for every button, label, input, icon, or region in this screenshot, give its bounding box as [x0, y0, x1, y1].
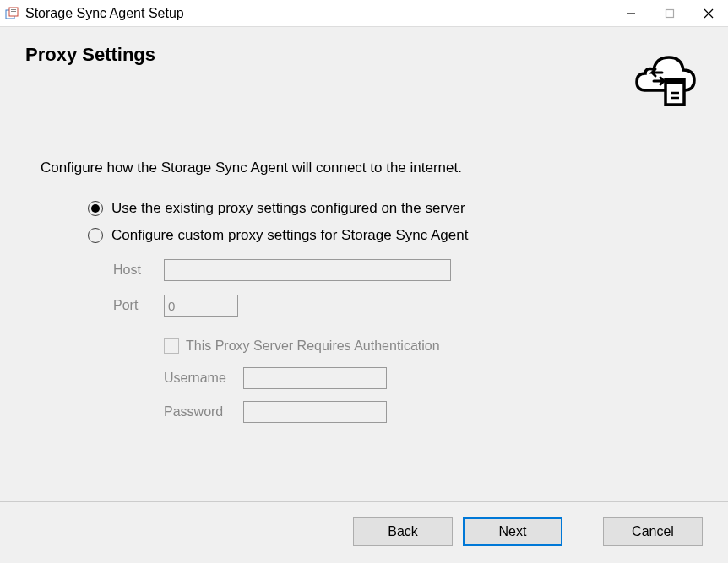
- minimize-button[interactable]: [611, 0, 650, 26]
- page-title: Proxy Settings: [25, 44, 155, 66]
- footer-buttons: Back Next Cancel: [0, 501, 728, 563]
- intro-text: Configure how the Storage Sync Agent wil…: [41, 160, 703, 176]
- password-label: Password: [164, 404, 243, 420]
- port-row: Port: [113, 295, 703, 317]
- proxy-radio-group: Use the existing proxy settings configur…: [88, 200, 703, 423]
- port-label: Port: [113, 298, 164, 313]
- host-input[interactable]: [164, 259, 451, 281]
- radio-custom-proxy[interactable]: Configure custom proxy settings for Stor…: [88, 227, 703, 244]
- window-controls: [611, 0, 728, 26]
- window-title: Storage Sync Agent Setup: [25, 6, 184, 21]
- svg-rect-9: [666, 79, 684, 84]
- radio-existing-label: Use the existing proxy settings configur…: [111, 200, 465, 217]
- svg-rect-2: [11, 9, 16, 10]
- app-icon: [5, 6, 20, 21]
- radio-dot-icon: [88, 201, 103, 216]
- content-area: Configure how the Storage Sync Agent wil…: [0, 127, 728, 443]
- password-input[interactable]: [243, 401, 387, 423]
- cancel-button[interactable]: Cancel: [603, 517, 703, 546]
- username-label: Username: [164, 371, 243, 386]
- username-input[interactable]: [243, 367, 387, 389]
- port-input[interactable]: [164, 295, 238, 317]
- auth-group: Username Password: [164, 367, 703, 423]
- back-button[interactable]: Back: [353, 517, 453, 546]
- close-button[interactable]: [689, 0, 728, 26]
- auth-checkbox-label: This Proxy Server Requires Authenticatio…: [186, 338, 440, 354]
- password-row: Password: [164, 401, 703, 423]
- cloud-sync-icon: [627, 44, 703, 111]
- next-button[interactable]: Next: [463, 517, 562, 546]
- page-header: Proxy Settings: [0, 27, 728, 127]
- username-row: Username: [164, 367, 703, 389]
- radio-circle-icon: [88, 228, 103, 243]
- auth-checkbox-row[interactable]: This Proxy Server Requires Authenticatio…: [164, 338, 703, 354]
- svg-rect-3: [11, 11, 16, 12]
- custom-proxy-form: Host Port This Proxy Server Requires Aut…: [113, 259, 703, 423]
- checkbox-icon: [164, 338, 179, 354]
- maximize-button: [650, 0, 689, 26]
- host-label: Host: [113, 263, 164, 278]
- radio-existing-proxy[interactable]: Use the existing proxy settings configur…: [88, 200, 703, 217]
- svg-rect-5: [666, 9, 674, 17]
- host-row: Host: [113, 259, 703, 281]
- titlebar: Storage Sync Agent Setup: [0, 0, 728, 27]
- radio-custom-label: Configure custom proxy settings for Stor…: [111, 227, 468, 244]
